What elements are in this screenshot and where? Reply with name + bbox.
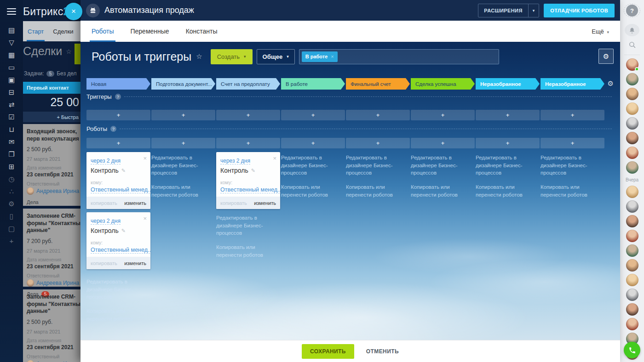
open-designer-link[interactable]: Редактировать в дизайнере Бизнес-процесс… (151, 154, 215, 177)
avatar[interactable] (626, 303, 638, 316)
filter-input[interactable] (338, 50, 496, 64)
chat-icon[interactable]: ❐ (0, 148, 23, 160)
avatar[interactable] (626, 88, 638, 100)
time-clock-icon[interactable]: ◷ (0, 173, 23, 185)
add-robot-button[interactable]: + (476, 138, 540, 148)
stage-docs-prep[interactable]: Подготовка документ... (151, 78, 215, 90)
copy-move-robots-link[interactable]: Копировать или перенести роботов (411, 183, 475, 198)
tab-variables[interactable]: Переменные (130, 21, 169, 42)
edit-pencil-icon[interactable]: ✎ (121, 228, 126, 234)
add-robot-button[interactable]: + (151, 138, 215, 148)
deal-responsible-name[interactable]: Андреева Ирина (36, 280, 79, 286)
avatar[interactable] (626, 259, 638, 272)
avatar[interactable] (626, 200, 638, 213)
avatar[interactable] (626, 58, 638, 71)
copy-move-robots-link[interactable]: Копировать или перенести роботов (346, 183, 410, 198)
robot-card[interactable]: × через 2 дня Контроль ✎ кому: Отвествен… (86, 212, 150, 269)
robot-card[interactable]: × через 2 дня Контроль ✎ кому: Отвествен… (86, 152, 150, 209)
add-robot-button[interactable]: + (540, 138, 604, 148)
deal-responsible-name[interactable]: Андреева Ирина (36, 188, 79, 194)
add-trigger-button[interactable]: + (216, 110, 280, 120)
notifications-bell-icon[interactable] (625, 24, 639, 36)
robot-delay-link[interactable]: через 2 дня (220, 158, 250, 164)
avatar[interactable] (626, 73, 638, 85)
robot-debugger-button[interactable]: ОТЛАДЧИК РОБОТОВ (544, 4, 615, 17)
copy-robot-button[interactable]: копировать (91, 200, 117, 206)
add-robot-button[interactable]: + (281, 138, 345, 148)
edit-robot-button[interactable]: изменить (254, 200, 276, 206)
stage-deal-won[interactable]: Сделка успешна (411, 78, 475, 90)
add-trigger-button[interactable]: + (540, 110, 604, 120)
chevron-down-icon[interactable]: ▾ (529, 8, 539, 13)
delete-robot-icon[interactable]: × (273, 155, 276, 162)
add-robot-button[interactable]: + (346, 138, 410, 148)
add-robot-button[interactable]: + (216, 138, 280, 148)
avatar[interactable] (626, 186, 638, 198)
scope-dropdown[interactable]: Общее ▾ (257, 49, 295, 64)
edit-pencil-icon[interactable]: ✎ (251, 168, 255, 174)
delete-robot-icon[interactable]: × (143, 215, 147, 222)
apps-grid-icon[interactable]: ▦ (0, 49, 23, 61)
avatar[interactable] (626, 230, 638, 242)
avatar[interactable] (626, 244, 638, 257)
robot-assignee-link[interactable]: Отвественный менед... (91, 187, 150, 193)
copy-robot-button[interactable]: копировать (91, 260, 117, 266)
robot-assignee-link[interactable]: Отвественный менед... (220, 187, 280, 193)
avatar[interactable] (626, 147, 638, 159)
copy-move-robots-link[interactable]: Копировать или перенести роботов (540, 183, 604, 198)
add-trigger-button[interactable]: + (86, 110, 150, 120)
open-designer-link[interactable]: Редактировать в дизайнере Бизнес-процесс… (540, 154, 604, 177)
add-robot-button[interactable]: + (411, 138, 475, 148)
avatar[interactable] (626, 132, 638, 144)
mail-icon[interactable]: ✉ (0, 136, 23, 148)
cancel-button[interactable]: ОТМЕНИТЬ (366, 348, 399, 355)
store-cart-icon[interactable]: ⊔ (0, 123, 23, 136)
robot-delay-link[interactable]: через 2 дня (91, 158, 121, 164)
delete-robot-icon[interactable]: × (143, 155, 147, 162)
edit-robot-button[interactable]: изменить (124, 200, 146, 206)
favorite-star-icon[interactable]: ☆ (66, 48, 72, 55)
open-designer-link[interactable]: Редактировать в дизайнере Бизнес-процесс… (411, 154, 475, 177)
filter-search-field[interactable]: В работе × (299, 49, 499, 64)
add-trigger-button[interactable]: + (476, 110, 540, 120)
copy-robot-button[interactable]: копировать (220, 200, 247, 206)
live-feed-icon[interactable]: ▤ (0, 24, 23, 36)
add-plus-icon[interactable]: + (0, 235, 23, 247)
copy-move-robots-link[interactable]: Копировать или перенести роботов (86, 307, 150, 322)
create-button[interactable]: Создать ▾ (211, 49, 253, 64)
extensions-button[interactable]: РАСШИРЕНИЯ ▾ (478, 4, 539, 17)
avatar[interactable] (626, 288, 638, 301)
close-slider-button[interactable]: × (65, 3, 82, 20)
stage-unsorted[interactable]: Неразобранное (540, 78, 604, 90)
edit-robot-button[interactable]: изменить (124, 260, 146, 266)
tab-start[interactable]: Старт (23, 21, 48, 41)
copy-move-robots-link[interactable]: Копировать или перенести роботов (476, 183, 540, 198)
avatar[interactable] (626, 117, 638, 130)
quick-deal-button[interactable]: + Быстра (23, 112, 80, 122)
avatar[interactable] (626, 318, 638, 330)
tab-robots[interactable]: Роботы (92, 21, 114, 42)
deal-card[interactable]: Входящий звонок, перв консультация 2 500… (23, 124, 80, 206)
tasks-count-badge[interactable]: 5 (46, 71, 55, 77)
filter-settings-gear-icon[interactable]: ⚙ (598, 49, 614, 64)
help-icon[interactable]: ? (110, 126, 116, 132)
tab-deals[interactable]: Сделки (48, 21, 78, 41)
search-icon[interactable] (628, 41, 636, 51)
copy-move-robots-link[interactable]: Копировать или перенести роботов (216, 243, 280, 259)
add-trigger-button[interactable]: + (411, 110, 475, 120)
sites-icon[interactable]: ▭ (0, 61, 23, 74)
add-robot-button[interactable]: + (86, 138, 150, 148)
stage-in-progress[interactable]: В работе (281, 78, 345, 90)
robot-assignee-link[interactable]: Отвественный менед... (91, 247, 150, 254)
open-designer-link[interactable]: Редактировать в дизайнере Бизнес-процесс… (216, 214, 280, 237)
avatar[interactable] (626, 274, 638, 286)
calendar-icon[interactable]: ⊞ (0, 160, 23, 173)
copy-move-robots-link[interactable]: Копировать или перенести роботов (281, 183, 345, 198)
remove-tag-icon[interactable]: × (331, 54, 334, 59)
avatar[interactable] (626, 215, 638, 227)
filter-tag-in-progress[interactable]: В работе × (302, 51, 338, 62)
open-designer-link[interactable]: Редактировать в дизайнере Бизнес-процесс… (86, 278, 150, 301)
stage-unsorted[interactable]: Неразобранное (476, 78, 540, 90)
contacts-icon[interactable]: ▣ (0, 74, 23, 86)
open-designer-link[interactable]: Редактировать в дизайнере Бизнес-процесс… (281, 154, 345, 177)
